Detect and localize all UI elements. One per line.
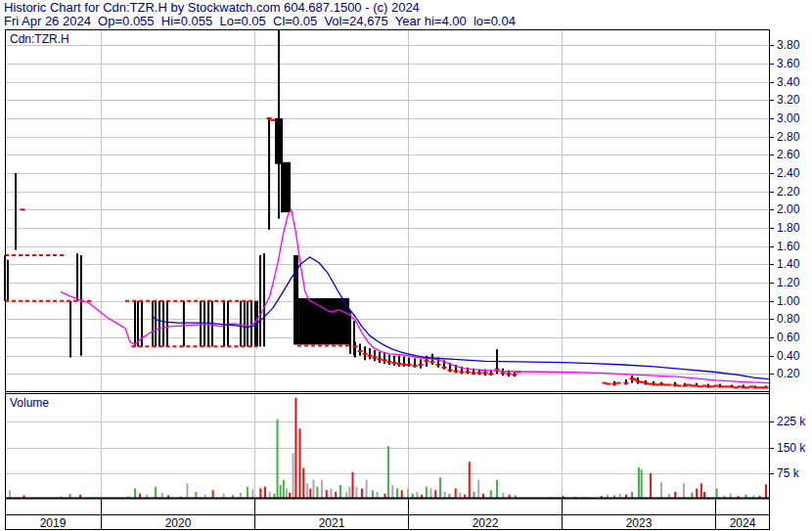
volume-axis-tick-label: 150 k [777, 441, 805, 455]
volume-bar [247, 487, 248, 499]
price-bar [15, 173, 17, 249]
volume-bar [155, 487, 157, 499]
price-bar [354, 342, 356, 358]
close-tick [472, 372, 476, 374]
close-tick [406, 364, 411, 366]
close-tick [501, 372, 506, 374]
volume-bar [298, 428, 300, 499]
volume-bar [286, 489, 288, 500]
price-axis-tick-label: 3.60 [777, 57, 799, 70]
close-tick [488, 373, 493, 375]
volume-bar [477, 480, 479, 499]
price-axis-tick-label: 3.40 [777, 75, 799, 89]
price-bar [152, 301, 154, 347]
volume-bar [264, 487, 266, 499]
price-bar [76, 253, 78, 301]
volume-bar [683, 483, 685, 499]
price-axis-tick-label: 1.80 [777, 221, 799, 235]
volume-bar [331, 489, 333, 500]
price-bar [183, 301, 185, 347]
close-tick [419, 364, 424, 366]
volume-bar [309, 489, 311, 500]
volume-bar [638, 467, 640, 499]
volume-bar [348, 487, 350, 499]
price-bar [200, 301, 202, 347]
volume-bar [339, 485, 341, 499]
volume-bar [650, 473, 652, 499]
close-tick [477, 372, 482, 374]
close-tick [363, 353, 368, 355]
close-tick [20, 208, 24, 210]
volume-bar [765, 484, 767, 499]
price-bar [369, 348, 371, 359]
x-axis-year-label: 2021 [319, 516, 345, 530]
volume-bar [186, 483, 188, 499]
price-axis-tick-label: 0.80 [777, 312, 799, 326]
volume-bar [302, 468, 304, 500]
price-axis-tick-label: 3.80 [777, 38, 799, 52]
volume-bar [306, 483, 308, 499]
price-axis-tick-label: 2.60 [777, 148, 799, 161]
price-bar [69, 301, 71, 358]
price-bar [247, 301, 248, 347]
volume-bar [294, 398, 296, 499]
price-axis-tick-label: 1.40 [777, 257, 799, 271]
price-bar [278, 30, 280, 219]
volume-bar [351, 472, 353, 499]
x-axis-year-label: 2020 [165, 516, 192, 530]
close-tick [677, 384, 682, 386]
volume-bar [280, 485, 282, 499]
price-bar [223, 301, 225, 347]
price-bar [359, 344, 361, 356]
close-tick [448, 370, 453, 372]
stockwatch-historic-chart: Historic Chart for Cdn:TZR.H by Stockwat… [0, 0, 812, 531]
price-block [281, 162, 291, 212]
close-tick [495, 369, 500, 371]
volume-bar [396, 489, 398, 500]
volume-bar [696, 489, 698, 500]
close-tick [616, 382, 621, 384]
close-tick [387, 361, 392, 363]
price-axis-tick-label: 2.20 [777, 185, 799, 199]
close-tick [623, 382, 628, 384]
price-bar [203, 301, 205, 347]
volume-bar [391, 485, 393, 499]
close-tick [763, 386, 768, 388]
volume-bar [366, 480, 368, 499]
price-bar [162, 301, 164, 347]
close-tick [267, 117, 272, 119]
price-axis-tick-label: 1.00 [777, 294, 799, 308]
price-bar [166, 301, 168, 347]
price-bar [244, 301, 246, 347]
close-tick [453, 371, 458, 373]
price-bar [263, 253, 265, 346]
close-tick [358, 350, 363, 352]
price-bar [7, 260, 9, 301]
close-tick [482, 372, 487, 374]
volume-bar [455, 489, 457, 500]
close-tick [429, 361, 434, 363]
volume-bar [361, 489, 363, 500]
price-axis-tick-label: 0.60 [777, 331, 799, 344]
chart-title: Historic Chart for Cdn:TZR.H by Stockwat… [4, 1, 420, 15]
volume-bar [355, 487, 357, 499]
price-axis-tick-label: 3.00 [777, 111, 799, 125]
x-axis-year-label: 2022 [473, 516, 499, 530]
volume-bar [469, 462, 471, 499]
volume-bar [321, 480, 323, 499]
price-bar [134, 301, 136, 347]
close-tick [424, 360, 429, 362]
price-bar [398, 356, 400, 367]
close-tick [512, 374, 517, 376]
close-tick [606, 383, 610, 385]
price-bar [227, 301, 229, 347]
price-bar [240, 301, 242, 347]
close-tick [352, 345, 357, 347]
price-bar [250, 301, 252, 347]
volume-bar [407, 489, 409, 500]
x-axis-year-label: 2024 [730, 516, 756, 530]
close-tick [459, 371, 464, 373]
price-bar [268, 118, 270, 230]
close-tick [402, 364, 407, 366]
ma-fast-line [61, 209, 771, 382]
